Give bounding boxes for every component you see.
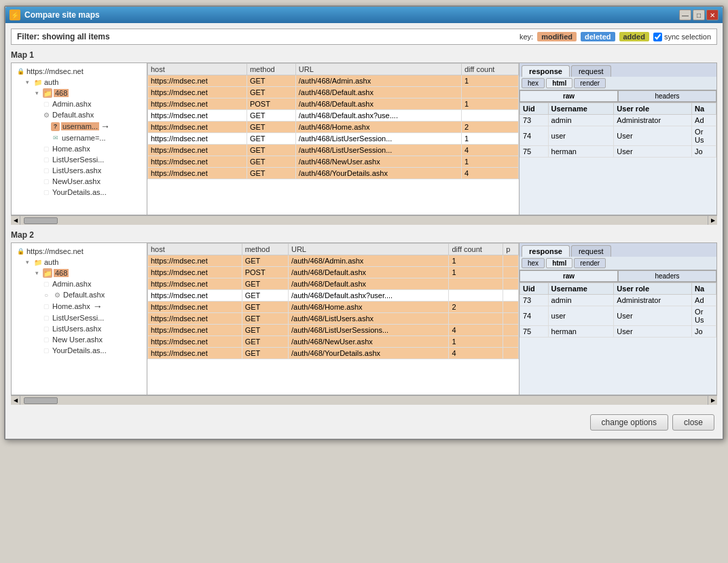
- tree-node[interactable]: ▢ New User.ashx: [13, 334, 145, 345]
- tree-label: ListUserSessi...: [52, 314, 104, 322]
- scroll-thumb[interactable]: [24, 397, 58, 404]
- map1-render-tab[interactable]: render: [574, 78, 606, 88]
- tree-node[interactable]: ▢ NewUser.ashx: [13, 176, 145, 187]
- table-row[interactable]: https://mdsec.netGET/auth/468/YourDetail…: [148, 348, 519, 359]
- map2-hscrollbar[interactable]: ◀ ▶: [11, 395, 717, 405]
- map2-response-panel: response request hex html render raw hea…: [520, 243, 716, 395]
- map1-html-tab[interactable]: html: [546, 78, 572, 88]
- tree-node[interactable]: ▾ 📁 468: [13, 268, 145, 278]
- sync-selection-checkbox[interactable]: sync selection: [653, 33, 711, 41]
- col-host[interactable]: host: [148, 244, 242, 255]
- close-button[interactable]: close: [672, 414, 714, 431]
- col-method[interactable]: method: [242, 244, 288, 255]
- map1-request-tab[interactable]: request: [571, 65, 611, 77]
- minimize-button[interactable]: —: [679, 10, 691, 20]
- map2-view-tabs: raw headers: [520, 270, 716, 283]
- tree-node[interactable]: ▢ Home.ashx: [13, 143, 145, 154]
- table-row[interactable]: https://mdsec.netGET/auth/468/Home.ashx2: [148, 302, 519, 313]
- filter-bar: Filter: showing all items key: modified …: [11, 29, 717, 45]
- sync-checkbox[interactable]: [653, 33, 662, 41]
- map2-hex-tab[interactable]: hex: [522, 258, 545, 268]
- mail-icon: ✉: [51, 133, 60, 143]
- scroll-right[interactable]: ▶: [708, 216, 717, 225]
- table-row[interactable]: https://mdsec.netGET/auth/468/Admin.ashx…: [148, 255, 519, 267]
- table-row[interactable]: https://mdsec.netGET/auth/468/Home.ashx2: [148, 122, 519, 133]
- map1-hscrollbar[interactable]: ◀ ▶: [11, 215, 717, 225]
- key-area: key: modified deleted added sync selecti…: [520, 32, 711, 41]
- col-p[interactable]: p: [503, 244, 519, 255]
- map2-headers-tab[interactable]: headers: [618, 270, 716, 282]
- col-diff[interactable]: diff count: [449, 244, 503, 255]
- table-row[interactable]: https://mdsec.netGET/auth/468/ListUserSe…: [148, 145, 519, 156]
- map2-request-tab[interactable]: request: [571, 245, 611, 257]
- tree-node[interactable]: 🔒 https://mdsec.net: [13, 66, 145, 77]
- change-options-button[interactable]: change options: [590, 414, 668, 431]
- col-url[interactable]: URL: [295, 64, 461, 75]
- tree-label: ListUsers.ashx: [52, 166, 101, 175]
- expand-icon: ▾: [32, 268, 41, 278]
- tree-node[interactable]: ? usernam... →: [13, 120, 145, 132]
- file-icon: ▢: [41, 144, 51, 153]
- map1-table-panel[interactable]: host method URL diff count https://mdsec…: [147, 63, 520, 215]
- tree-node[interactable]: ▢ ListUserSessi...: [13, 312, 145, 323]
- tree-node[interactable]: ▢ ListUsers.ashx: [13, 165, 145, 176]
- tree-node[interactable]: ▢ Home.ashx →: [13, 300, 145, 312]
- expand-icon: ▾: [22, 257, 32, 267]
- table-row[interactable]: https://mdsec.netGET/auth/468/Default.as…: [148, 110, 519, 122]
- table-row[interactable]: https://mdsec.netGET/auth/468/Default.as…: [148, 87, 519, 98]
- tree-node[interactable]: 🔒 https://mdsec.net: [13, 246, 145, 257]
- table-row[interactable]: https://mdsec.netGET/auth/468/YourDetail…: [148, 168, 519, 179]
- scroll-thumb[interactable]: [24, 217, 58, 224]
- table-row[interactable]: https://mdsec.netGET/auth/468/NewUser.as…: [148, 156, 519, 168]
- map1-headers-tab[interactable]: headers: [618, 90, 716, 102]
- tree-node[interactable]: ○ ⚙ Default.ashx: [13, 289, 145, 300]
- tree-label-username: usernam...: [61, 122, 99, 130]
- titlebar-close-button[interactable]: ✕: [706, 10, 718, 20]
- table-row[interactable]: https://mdsec.netGET/auth/468/Default.as…: [148, 290, 519, 302]
- scroll-right[interactable]: ▶: [708, 396, 717, 405]
- map1-tree-panel[interactable]: 🔒 https://mdsec.net ▾ 📁 auth ▾ �: [12, 63, 147, 215]
- table-row[interactable]: https://mdsec.netPOST/auth/468/Default.a…: [148, 267, 519, 278]
- scroll-left[interactable]: ◀: [11, 216, 20, 225]
- tree-node[interactable]: ▾ 📁 auth: [13, 77, 145, 88]
- table-row[interactable]: https://mdsec.netGET/auth/468/Admin.ashx…: [148, 75, 519, 87]
- tree-node[interactable]: ▾ 📁 auth: [13, 257, 145, 268]
- col-url[interactable]: URL: [288, 244, 449, 255]
- resp-col-role: User role: [614, 283, 692, 295]
- tree-node[interactable]: ▾ 📁 468: [13, 88, 145, 98]
- resp-col-na: Na: [692, 103, 716, 115]
- scroll-left[interactable]: ◀: [11, 396, 20, 405]
- table-row[interactable]: https://mdsec.netPOST/auth/468/Default.a…: [148, 98, 519, 110]
- table-row[interactable]: https://mdsec.netGET/auth/468/Default.as…: [148, 278, 519, 290]
- tree-label: Default.ashx: [63, 291, 105, 299]
- key-added-badge: added: [619, 32, 649, 41]
- table-row[interactable]: https://mdsec.netGET/auth/468/ListUserSe…: [148, 325, 519, 336]
- file-icon: ▢: [41, 155, 51, 164]
- table-row[interactable]: https://mdsec.netGET/auth/468/ListUserSe…: [148, 133, 519, 145]
- tree-node[interactable]: ▢ YourDetails.as...: [13, 345, 145, 356]
- map1-raw-tab[interactable]: raw: [520, 90, 618, 102]
- map2-data-table: host method URL diff count p https://mds…: [147, 243, 519, 359]
- tree-node[interactable]: ▢ ListUsers.ashx: [13, 323, 145, 334]
- table-row[interactable]: https://mdsec.netGET/auth/468/NewUser.as…: [148, 336, 519, 348]
- maximize-button[interactable]: □: [693, 10, 705, 20]
- table-row[interactable]: https://mdsec.netGET/auth/468/ListUsers.…: [148, 313, 519, 325]
- map2-table-panel[interactable]: host method URL diff count p https://mds…: [147, 243, 520, 395]
- map2-render-tab[interactable]: render: [574, 258, 606, 268]
- map2-raw-tab[interactable]: raw: [520, 270, 618, 282]
- tree-node[interactable]: ⚙ Default.ashx: [13, 109, 145, 120]
- map2-html-tab[interactable]: html: [546, 258, 572, 268]
- col-diff[interactable]: diff count: [461, 64, 518, 75]
- tree-node[interactable]: ▢ ListUserSessi...: [13, 154, 145, 165]
- map2-response-tab[interactable]: response: [522, 245, 570, 257]
- col-method[interactable]: method: [247, 64, 295, 75]
- map2-tree-panel[interactable]: 🔒 https://mdsec.net ▾ 📁 auth ▾ �: [12, 243, 147, 395]
- map1-response-tab[interactable]: response: [522, 65, 570, 77]
- tree-node[interactable]: ▢ Admin.ashx: [13, 98, 145, 109]
- map1-hex-tab[interactable]: hex: [522, 78, 545, 88]
- col-host[interactable]: host: [148, 64, 247, 75]
- file-icon: ▢: [41, 324, 51, 333]
- tree-node[interactable]: ▢ Admin.ashx: [13, 278, 145, 289]
- tree-node[interactable]: ▢ YourDetails.as...: [13, 187, 145, 198]
- tree-node[interactable]: ✉ username=...: [13, 132, 145, 143]
